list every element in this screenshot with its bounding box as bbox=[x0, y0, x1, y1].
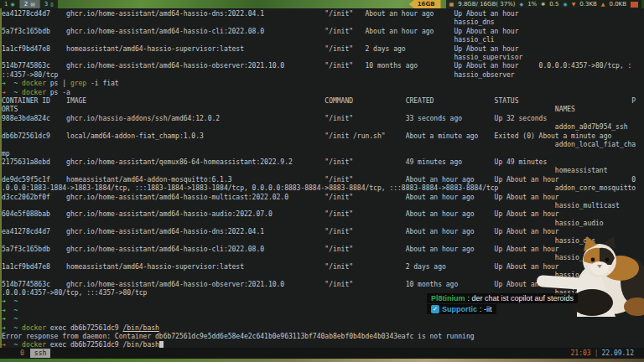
terminal-text: ghcr.io/home-assistant/amd64-hassio-obse… bbox=[66, 62, 284, 70]
tmux-window-ssh[interactable]: ssh bbox=[30, 349, 50, 358]
workspace-3[interactable]: 3▯ bbox=[40, 0, 58, 8]
terminal-text: 5a7f3c165bdb bbox=[2, 28, 50, 36]
terminal-text: ea41278cd4d7 bbox=[2, 228, 50, 236]
terminal-text: ps | bbox=[50, 80, 70, 88]
terminal-text: ➜ bbox=[2, 307, 6, 315]
terminal-text: ::4357->80/tcp bbox=[2, 71, 58, 80]
top-status-bar: 1◉2▤3▯ 16GB ▦9.8GB/ 16GB( 37%)◆1%✱0.5◉▼0… bbox=[0, 0, 644, 8]
terminal-text: db6b72561dc9 bbox=[2, 132, 50, 141]
terminal-text: NAMES bbox=[555, 106, 575, 114]
terminal-text: ~ bbox=[13, 315, 18, 323]
terminal-text: "/init" bbox=[325, 210, 353, 219]
terminal-text: "/init /run.sh" bbox=[325, 132, 385, 141]
gear-icon: ✱ bbox=[541, 0, 545, 8]
terminal-text: ps -a bbox=[50, 89, 70, 97]
tmux-status-bar: 0 ssh 21:03 | 22.09.12 bbox=[0, 348, 644, 359]
terminal-line: hassio_multicast bbox=[2, 202, 642, 210]
terminal-text: de9dc59f5c1f bbox=[2, 176, 50, 184]
terminal-text: homeassistant/amd64-addon-mosquitto:6.1.… bbox=[66, 176, 231, 184]
terminal-text: "/init" bbox=[325, 158, 353, 167]
terminal-line: db6b72561dc9local/amd64-addon-fiat_champ… bbox=[2, 132, 642, 141]
terminal-text: "/init" bbox=[325, 246, 353, 254]
date: 22.09.12 bbox=[601, 349, 634, 357]
terminal-text: "/init" bbox=[325, 194, 353, 202]
alert-square-icon[interactable] bbox=[631, 2, 638, 8]
terminal-text: About an hour ago bbox=[365, 10, 434, 18]
terminal-line: mp bbox=[2, 150, 642, 158]
terminal-text: ➜ bbox=[2, 324, 6, 333]
terminal-text: 2 days ago bbox=[365, 45, 405, 54]
terminal-text: 604e5f088bab bbox=[2, 210, 50, 219]
chat-overlay: Pl8tinium: der chat ist copilot auf ster… bbox=[427, 293, 578, 314]
globe-icon: ◉ bbox=[10, 0, 14, 8]
terminal-text: 33 seconds ago bbox=[406, 115, 462, 123]
terminal-text: hassio_cli bbox=[454, 36, 494, 44]
terminal-text: homeassistant bbox=[555, 167, 608, 175]
terminal-text: addon_local_fiat_cha bbox=[555, 141, 636, 149]
memory-icon: ▦ bbox=[449, 0, 454, 8]
terminal-text: Up 49 minutes bbox=[495, 158, 548, 167]
terminal-text: 0.0.0.0:4357->80/tcp, : bbox=[539, 62, 632, 70]
chat-username[interactable]: Pl8tinium bbox=[431, 294, 465, 303]
terminal-text: 10 months ago bbox=[365, 62, 418, 70]
terminal-text: docker bbox=[22, 324, 46, 333]
terminal-text: Up About an hour bbox=[454, 62, 518, 70]
chat-message: Pl8tinium: der chat ist copilot auf ster… bbox=[427, 293, 578, 303]
terminal-text: About a minute ago bbox=[406, 132, 479, 141]
terminal-text: ~ bbox=[13, 324, 18, 333]
terminal-text: COMMAND bbox=[325, 97, 353, 106]
chat-username[interactable]: Supportic bbox=[442, 305, 477, 313]
desktop: 1◉2▤3▯ 16GB ▦9.8GB/ 16GB( 37%)◆1%✱0.5◉▼0… bbox=[0, 0, 644, 362]
terminal-text: Up About an hour bbox=[454, 45, 518, 54]
terminal-line: ➜~dockerps -a bbox=[2, 89, 642, 97]
terminal-line: de9dc59f5c1fhomeassistant/amd64-addon-mo… bbox=[2, 176, 642, 184]
terminal-text: About an hour ago bbox=[406, 228, 475, 236]
terminal-text: Up About an hour bbox=[495, 210, 559, 219]
terminal-text: CONTAINER ID bbox=[2, 97, 50, 106]
terminal-line: ::4357->80/tcphassio_observer bbox=[2, 71, 642, 80]
stat-value: 0.0KB bbox=[609, 1, 626, 8]
terminal-line: 514b7745863cghcr.io/home-assistant/amd64… bbox=[2, 62, 642, 70]
terminal-text: hassio_audio bbox=[555, 220, 604, 228]
terminal-text: About an hour ago bbox=[406, 176, 475, 184]
terminal-text: 2175631a8ebd bbox=[2, 158, 50, 167]
terminal-line: 2175631a8ebdghcr.io/home-assistant/qemux… bbox=[2, 158, 642, 167]
terminal-text: ghcr.io/hassio-addons/ssh/amd64:12.0.2 bbox=[66, 115, 220, 123]
workspace-1[interactable]: 1◉ bbox=[0, 0, 19, 8]
terminal-text: CREATED bbox=[406, 97, 434, 106]
terminal-line: Error response from daemon: Container db… bbox=[2, 333, 642, 341]
terminal-line: hassio_audio bbox=[2, 220, 642, 228]
terminal-text: hassio_supervisor bbox=[454, 54, 522, 62]
terminal-text: Up About an hour bbox=[495, 194, 559, 202]
terminal-text: ~ bbox=[13, 307, 18, 315]
terminal-text: 10 months ago bbox=[406, 281, 459, 289]
terminal-text: local/amd64-addon-fiat_champ:1.0.3 bbox=[66, 132, 204, 141]
terminal-text: ghcr.io/home-assistant/amd64-hassio-cli:… bbox=[66, 28, 264, 36]
terminal-text: 49 minutes ago bbox=[406, 158, 462, 167]
terminal-text: "/init" bbox=[325, 228, 353, 236]
terminal-text: "/init" bbox=[325, 45, 353, 54]
terminal-text: Up About an hour bbox=[495, 176, 559, 184]
terminal-text: addon_core_mosquitto bbox=[555, 184, 636, 193]
terminal-text: exec db6b72561dc9 bbox=[50, 324, 119, 333]
workspace-2[interactable]: 2▤ bbox=[20, 0, 39, 8]
terminal-text: ghcr.io/home-assistant/amd64-hassio-mult… bbox=[66, 194, 288, 202]
wallpaper-strip bbox=[0, 359, 644, 362]
terminal-text: Up About an hour bbox=[454, 28, 518, 36]
terminal-text: About an hour ago bbox=[406, 194, 475, 202]
terminal-text: About an hour ago bbox=[406, 246, 475, 254]
terminal-text: grep bbox=[70, 80, 86, 88]
terminal-text: 514b7745863c bbox=[2, 62, 50, 70]
terminal-text: /bin/bash bbox=[122, 324, 158, 333]
terminal-text: Up About an hour bbox=[454, 10, 518, 18]
document-icon: ▯ bbox=[50, 0, 53, 8]
terminal-text: ~ bbox=[13, 89, 18, 97]
terminal-text: Exited (0) About a minute ago bbox=[495, 132, 612, 141]
separator: | bbox=[595, 349, 599, 357]
terminal-line: hassio_dns bbox=[2, 18, 642, 27]
terminal-line: .0.0.0:1883-1884->1883-1884/tcp, :::1883… bbox=[2, 184, 642, 193]
upload-icon: ▲ bbox=[601, 0, 605, 8]
terminal-text: 0 bbox=[631, 176, 636, 184]
terminal-line: d3cc2062bf0fghcr.io/home-assistant/amd64… bbox=[2, 194, 642, 202]
terminal-text: ghcr.io/home-assistant/amd64-hassio-cli:… bbox=[66, 246, 264, 254]
